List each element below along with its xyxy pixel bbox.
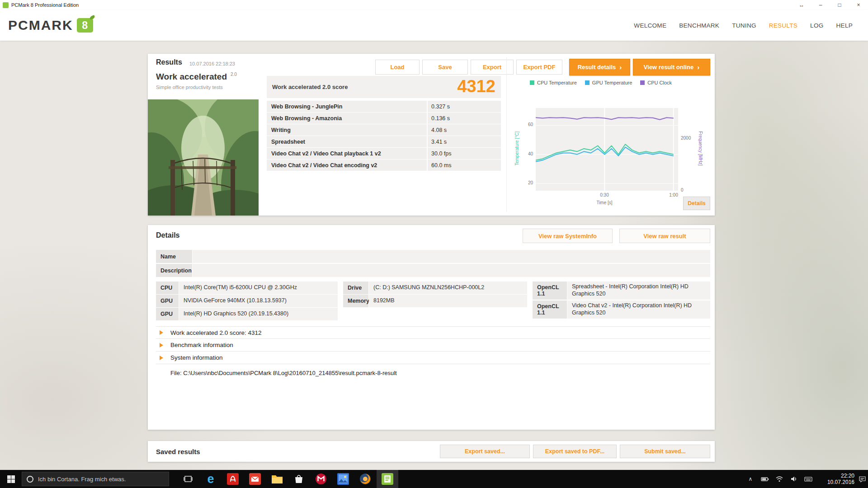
export-saved-pdf-button[interactable]: Export saved to PDF... bbox=[533, 445, 617, 458]
expander-label: Benchmark information bbox=[170, 342, 233, 348]
tray-volume[interactable] bbox=[787, 470, 801, 488]
windows-logo-icon bbox=[7, 475, 15, 483]
saved-results-title: Saved results bbox=[156, 441, 200, 462]
triangle-right-icon bbox=[160, 330, 163, 335]
metric-value: 60.0 ms bbox=[428, 160, 501, 171]
test-version: 2.0 bbox=[231, 72, 237, 77]
test-name-text: Work accelerated bbox=[156, 72, 227, 81]
gpu2-value: Intel(R) HD Graphics 520 (20.19.15.4380) bbox=[179, 308, 338, 320]
photos-icon bbox=[337, 473, 349, 485]
results-title: Results bbox=[156, 58, 182, 66]
metric-label: Web Browsing - Amazonia bbox=[267, 113, 427, 124]
description-label: Description bbox=[156, 264, 192, 277]
taskbar-mcafee[interactable] bbox=[310, 470, 332, 488]
details-title: Details bbox=[156, 231, 179, 239]
drive-label: Drive bbox=[343, 282, 368, 294]
memory-value: 8192MB bbox=[369, 295, 527, 307]
nav-log[interactable]: LOG bbox=[810, 22, 823, 29]
metric-value: 0.136 s bbox=[428, 113, 501, 124]
triangle-right-icon bbox=[160, 356, 163, 360]
results-timestamp: 10.07.2016 22:18:23 bbox=[189, 61, 235, 66]
taskbar-mail[interactable] bbox=[244, 470, 266, 488]
nav-results[interactable]: RESULTS bbox=[769, 22, 797, 29]
expander-benchmark-info[interactable]: Benchmark information bbox=[156, 339, 710, 352]
window-titlebar: PCMark 8 Professional Edition ↔ – □ × bbox=[0, 0, 868, 10]
opencl1-value: Spreadsheet - Intel(R) Corporation Intel… bbox=[567, 282, 710, 300]
resize-window-icon[interactable]: ↔ bbox=[792, 0, 811, 10]
export-saved-button[interactable]: Export saved... bbox=[440, 445, 530, 458]
nav-welcome[interactable]: WELCOME bbox=[634, 22, 666, 29]
metric-row: Web Browsing - Amazonia 0.136 s bbox=[267, 113, 501, 124]
cpu-clock-swatch-icon bbox=[640, 80, 645, 85]
result-details-label: Result details bbox=[578, 64, 616, 70]
export-pdf-button[interactable]: Export PDF bbox=[516, 60, 562, 75]
expander-score[interactable]: Work accelerated 2.0 score: 4312 bbox=[156, 326, 710, 339]
nav-benchmark[interactable]: BENCHMARK bbox=[679, 22, 719, 29]
metric-value: 30.0 fps bbox=[428, 148, 501, 159]
export-button[interactable]: Export bbox=[471, 60, 514, 75]
view-raw-systeminfo-button[interactable]: View raw SystemInfo bbox=[523, 229, 613, 243]
action-center-button[interactable] bbox=[856, 470, 868, 488]
chevron-up-icon: ∧ bbox=[749, 476, 753, 482]
nav-help[interactable]: HELP bbox=[836, 22, 853, 29]
tray-battery[interactable] bbox=[758, 470, 772, 488]
close-icon[interactable]: × bbox=[849, 0, 868, 10]
store-icon bbox=[293, 474, 304, 484]
result-details-button[interactable]: Result details › bbox=[569, 59, 630, 75]
app-icon bbox=[3, 2, 9, 8]
clock-date: 10.07.2016 bbox=[827, 479, 854, 485]
save-button[interactable]: Save bbox=[422, 60, 468, 75]
cortana-icon bbox=[27, 476, 33, 483]
logo-badge-8-icon: 8 bbox=[77, 18, 93, 33]
gpu-temperature-swatch-icon bbox=[585, 80, 590, 85]
legend-item: GPU Temperature bbox=[585, 80, 632, 85]
gpu-label: GPU bbox=[156, 295, 179, 307]
taskbar-file-explorer[interactable] bbox=[266, 470, 288, 488]
test-subtitle: Simple office productivity tests bbox=[156, 84, 223, 90]
tray-keyboard[interactable] bbox=[802, 470, 815, 488]
taskbar-clock[interactable]: 22:20 10.07.2016 bbox=[814, 470, 857, 488]
legend-label: CPU Clock bbox=[647, 80, 672, 85]
opencl2-value: Video Chat v2 - Intel(R) Corporation Int… bbox=[567, 300, 710, 319]
view-result-online-button[interactable]: View result online › bbox=[633, 59, 710, 75]
chart-divider bbox=[506, 57, 507, 212]
triangle-right-icon bbox=[160, 343, 163, 347]
minimize-icon[interactable]: – bbox=[811, 0, 830, 10]
view-raw-result-button[interactable]: View raw result bbox=[619, 229, 710, 243]
search-placeholder: Ich bin Cortana. Frag mich etwas. bbox=[38, 476, 126, 483]
submit-saved-button[interactable]: Submit saved... bbox=[620, 445, 710, 458]
result-file-path: File: C:\Users\nbc\Documents\PCMark 8\Lo… bbox=[170, 370, 397, 376]
taskbar-pcmark[interactable] bbox=[377, 470, 398, 488]
clock-time: 22:20 bbox=[841, 473, 854, 479]
work-accelerated-photo bbox=[148, 99, 259, 216]
load-button[interactable]: Load bbox=[375, 60, 420, 75]
taskbar-adobe-reader[interactable] bbox=[222, 470, 244, 488]
taskbar-store[interactable] bbox=[288, 470, 310, 488]
left-axis-label: Temperature [°C] bbox=[514, 117, 519, 180]
adobe-reader-icon bbox=[227, 473, 239, 485]
name-label: Name bbox=[156, 250, 192, 263]
maximize-icon[interactable]: □ bbox=[830, 0, 849, 10]
expander-system-info[interactable]: System information bbox=[156, 352, 710, 364]
gpu-value: NVIDIA GeForce 940MX (10.18.13.5937) bbox=[179, 295, 338, 307]
main-nav: WELCOME BENCHMARK TUNING RESULTS LOG HEL… bbox=[634, 22, 868, 29]
temperature-frequency-chart bbox=[536, 108, 678, 191]
expander-label: Work accelerated 2.0 score: 4312 bbox=[170, 329, 262, 336]
right-tick-2000: 2000 bbox=[681, 136, 696, 141]
saved-results-panel: Saved results Export saved... Export sav… bbox=[148, 441, 715, 462]
opencl2-label: OpenCL 1.1 bbox=[533, 300, 567, 319]
gpu2-label: GPU bbox=[156, 308, 179, 320]
taskbar-edge[interactable]: e bbox=[200, 470, 222, 488]
cortana-search-input[interactable]: Ich bin Cortana. Frag mich etwas. bbox=[22, 472, 169, 486]
tray-expand-button[interactable]: ∧ bbox=[744, 470, 757, 488]
volume-icon bbox=[790, 475, 797, 483]
taskbar-photos[interactable] bbox=[332, 470, 354, 488]
chart-details-button[interactable]: Details bbox=[683, 197, 710, 210]
tray-wifi[interactable] bbox=[773, 470, 786, 488]
taskbar-firefox[interactable] bbox=[354, 470, 376, 488]
metric-label: Video Chat v2 / Video Chat encoding v2 bbox=[267, 160, 427, 171]
start-button[interactable] bbox=[0, 470, 22, 488]
nav-tuning[interactable]: TUNING bbox=[732, 22, 756, 29]
task-view-button[interactable] bbox=[177, 470, 199, 488]
taskbar: Ich bin Cortana. Frag mich etwas. e bbox=[0, 470, 868, 488]
